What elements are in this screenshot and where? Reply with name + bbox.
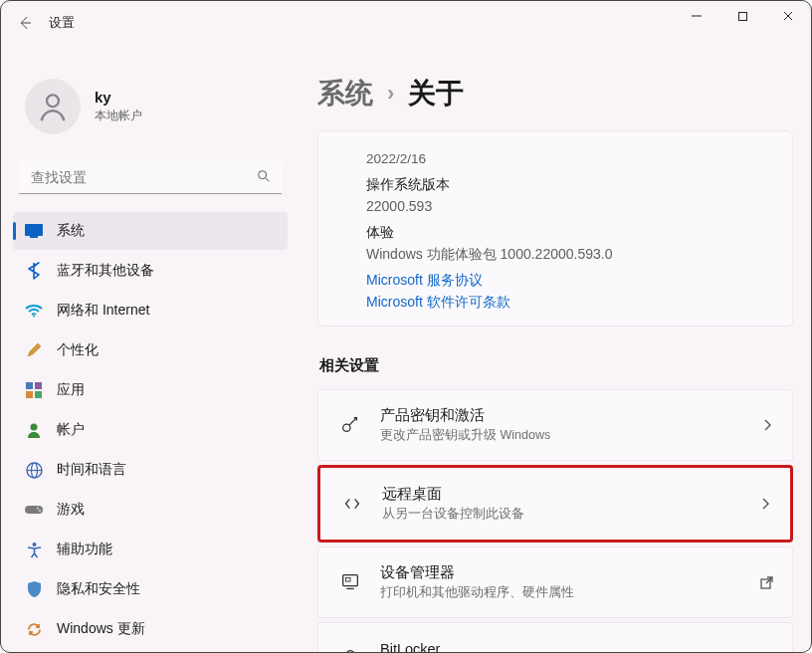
brush-icon [25, 341, 43, 359]
svg-line-7 [266, 178, 269, 181]
svg-point-10 [33, 316, 35, 318]
sidebar-item-label: 个性化 [57, 341, 99, 359]
sidebar-item-label: 帐户 [57, 421, 85, 439]
svg-rect-25 [345, 577, 350, 581]
svg-point-15 [31, 424, 38, 431]
sidebar-item-acct[interactable]: 帐户 [13, 411, 288, 449]
sidebar-item-label: 游戏 [57, 501, 85, 519]
setting-title: 产品密钥和激活 [380, 406, 760, 425]
chevron-right-icon [758, 497, 772, 511]
gamepad-icon [25, 501, 43, 519]
svg-rect-8 [25, 224, 43, 236]
info-install-date: 2022/2/16 [366, 141, 792, 166]
system-icon [25, 222, 43, 240]
svg-rect-19 [25, 506, 43, 514]
chevron-right-icon [760, 418, 774, 432]
bluetooth-icon [25, 262, 43, 280]
close-button[interactable] [765, 1, 811, 31]
svg-rect-12 [35, 382, 42, 389]
apps-icon [25, 381, 43, 399]
sidebar-item-pers[interactable]: 个性化 [13, 331, 288, 369]
sidebar: ky 本地帐户 系统蓝牙和其他设备网络和 Internet个性化应用帐户时间和语… [1, 45, 300, 652]
window-controls [674, 1, 811, 31]
user-icon [25, 421, 43, 439]
svg-point-22 [32, 543, 36, 546]
profile-name: ky [95, 89, 142, 106]
settings-window: 设置 ky 本地帐户 系统蓝牙和其他设备网络和 Internet个性化应用帐户时… [0, 0, 812, 653]
maximize-button[interactable] [719, 1, 765, 31]
search-icon [256, 168, 272, 184]
sidebar-item-label: 辅助功能 [57, 541, 112, 558]
setting-title: BitLocker [380, 641, 759, 653]
about-info-card: 2022/2/16 操作系统版本 22000.593 体验 Windows 功能… [317, 130, 793, 326]
sidebar-item-update[interactable]: Windows 更新 [13, 610, 288, 648]
chevron-right-icon: › [387, 81, 394, 107]
setting-subtitle: 从另一台设备控制此设备 [382, 506, 758, 523]
sidebar-item-apps[interactable]: 应用 [13, 371, 288, 409]
avatar [25, 79, 81, 134]
sidebar-item-access[interactable]: 辅助功能 [13, 531, 288, 568]
breadcrumb-current: 关于 [408, 75, 464, 112]
sidebar-item-label: 网络和 Internet [57, 302, 149, 320]
minimize-button[interactable] [674, 1, 719, 31]
main-content: 系统 › 关于 2022/2/16 操作系统版本 22000.593 体验 Wi… [300, 45, 811, 652]
setting-bitlocker[interactable]: BitLocker 设备加密帮助保护数据 [317, 622, 793, 652]
wifi-icon [25, 302, 43, 320]
back-button[interactable] [5, 3, 45, 43]
setting-devmgr[interactable]: 设备管理器 打印机和其他驱动程序、硬件属性 [317, 546, 793, 618]
setting-subtitle: 打印机和其他驱动程序、硬件属性 [380, 584, 759, 601]
svg-point-23 [343, 424, 350, 431]
breadcrumb: 系统 › 关于 [317, 45, 793, 130]
svg-point-21 [39, 510, 41, 512]
sidebar-item-label: 蓝牙和其他设备 [57, 262, 154, 280]
svg-rect-13 [26, 391, 33, 398]
sidebar-item-net[interactable]: 网络和 Internet [13, 292, 288, 329]
sidebar-item-label: 时间和语言 [57, 461, 126, 479]
related-settings-heading: 相关设置 [319, 356, 793, 375]
window-title: 设置 [49, 14, 75, 32]
svg-point-6 [259, 171, 267, 179]
lock-icon [336, 647, 364, 652]
info-os-value: 22000.593 [366, 198, 792, 214]
setting-activation[interactable]: 产品密钥和激活 更改产品密钥或升级 Windows [317, 389, 793, 461]
profile-sub: 本地帐户 [95, 108, 142, 124]
accessibility-icon [25, 541, 43, 558]
sidebar-item-label: 应用 [57, 381, 85, 399]
open-external-icon [759, 575, 774, 590]
link-license-terms[interactable]: Microsoft 软件许可条款 [366, 294, 792, 312]
breadcrumb-parent[interactable]: 系统 [317, 75, 373, 112]
devmgr-icon [336, 571, 364, 593]
search-input[interactable] [19, 160, 282, 194]
setting-subtitle: 更改产品密钥或升级 Windows [380, 427, 760, 444]
related-settings-list: 产品密钥和激活 更改产品密钥或升级 Windows 远程桌面 从另一台设备控制此… [317, 389, 793, 652]
sidebar-item-bt[interactable]: 蓝牙和其他设备 [13, 252, 288, 290]
svg-rect-9 [30, 236, 38, 238]
svg-point-5 [47, 95, 59, 107]
svg-rect-14 [35, 391, 42, 398]
key-icon [336, 414, 364, 436]
info-exp-label: 体验 [366, 214, 792, 242]
globe-icon [25, 461, 43, 479]
sidebar-item-time[interactable]: 时间和语言 [13, 451, 288, 489]
shield-icon [25, 580, 43, 598]
sidebar-item-label: Windows 更新 [57, 620, 145, 638]
setting-rdp[interactable]: 远程桌面 从另一台设备控制此设备 [317, 465, 793, 543]
update-icon [25, 620, 43, 638]
info-exp-value: Windows 功能体验包 1000.22000.593.0 [366, 246, 792, 264]
svg-rect-1 [738, 12, 746, 20]
remote-icon [338, 493, 366, 515]
svg-point-20 [37, 508, 39, 510]
open-external-icon [759, 651, 774, 653]
setting-title: 设备管理器 [380, 563, 759, 582]
sidebar-item-label: 系统 [57, 222, 85, 240]
sidebar-item-system[interactable]: 系统 [13, 212, 288, 250]
link-service-agreement[interactable]: Microsoft 服务协议 [366, 272, 792, 290]
sidebar-item-privacy[interactable]: 隐私和安全性 [13, 570, 288, 608]
sidebar-item-label: 隐私和安全性 [57, 580, 140, 598]
profile-block[interactable]: ky 本地帐户 [13, 45, 288, 160]
svg-rect-11 [26, 382, 33, 389]
nav-menu: 系统蓝牙和其他设备网络和 Internet个性化应用帐户时间和语言游戏辅助功能隐… [13, 212, 288, 648]
info-os-label: 操作系统版本 [366, 166, 792, 194]
sidebar-item-game[interactable]: 游戏 [13, 491, 288, 529]
search-box[interactable] [19, 160, 282, 194]
